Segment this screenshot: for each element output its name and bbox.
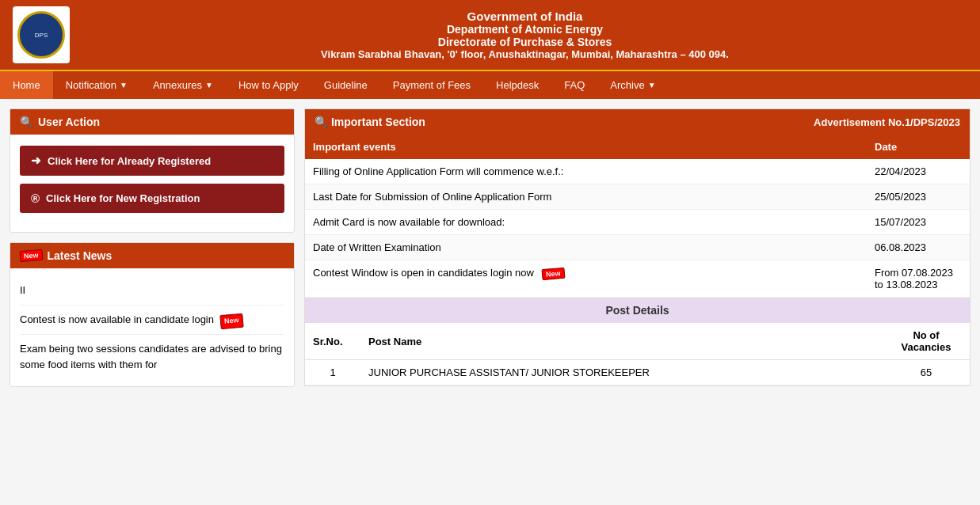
important-section-header: 🔍 Important Section Advertisement No.1/D… [305, 109, 970, 135]
post-1-srno: 1 [305, 360, 360, 385]
event-row-4: Date of Written Examination 06.08.2023 [305, 235, 970, 260]
already-registered-icon: ➜ [31, 154, 41, 168]
header-line2: Department of Atomic Energy [82, 23, 967, 36]
latest-news-box: New Latest News II Contest is now availa… [10, 242, 295, 387]
nav-archive[interactable]: Archive ▼ [597, 71, 668, 99]
post-col-vacancies: No of Vacancies [883, 323, 970, 360]
news-item-2-badge: New [219, 313, 243, 328]
post-col-name: Post Name [360, 323, 883, 360]
main-content: 🔍 User Action ➜ Click Here for Already R… [0, 99, 980, 397]
event-3-name: Admit Card is now available for download… [305, 210, 867, 235]
already-registered-label: Click Here for Already Registered [48, 155, 211, 167]
user-action-title: User Action [38, 116, 100, 128]
important-section-title: Important Section [331, 116, 425, 128]
event-1-date: 22/04/2023 [867, 159, 970, 184]
nav-annexures[interactable]: Annexures ▼ [140, 71, 226, 99]
post-row-1: 1 JUNIOR PURCHASE ASSISTANT/ JUNIOR STOR… [305, 360, 970, 385]
event-5-date: From 07.08.2023 to 13.08.2023 [867, 260, 970, 298]
post-1-vacancies: 65 [883, 360, 970, 385]
event-row-2: Last Date for Submission of Online Appli… [305, 184, 970, 210]
navbar: Home Notification ▼ Annexures ▼ How to A… [0, 70, 980, 99]
latest-news-header: New Latest News [10, 243, 294, 268]
new-registration-button[interactable]: ® Click Here for New Registration [20, 184, 284, 213]
logo-emblem: DPS [17, 11, 65, 59]
nav-home[interactable]: Home [0, 71, 53, 99]
logo-text: DPS [35, 32, 48, 39]
already-registered-button[interactable]: ➜ Click Here for Already Registered [20, 146, 284, 176]
header-line1: Government of India [82, 9, 967, 23]
post-details-table: Sr.No. Post Name No of Vacancies 1 JUNIO… [305, 323, 970, 385]
important-section-title-left: 🔍 Important Section [315, 116, 425, 128]
latest-news-title: Latest News [48, 249, 112, 262]
nav-how-to-apply[interactable]: How to Apply [226, 71, 311, 99]
nav-helpdesk[interactable]: Helpdesk [483, 71, 551, 99]
header-line3: Directorate of Purchase & Stores [82, 36, 967, 48]
news-item-3: Exam being two sessions candidates are a… [20, 335, 284, 378]
events-col-date: Date [867, 135, 970, 159]
user-action-box: 🔍 User Action ➜ Click Here for Already R… [10, 108, 295, 233]
right-panel: 🔍 Important Section Advertisement No.1/D… [304, 108, 970, 387]
nav-guideline[interactable]: Guideline [311, 71, 380, 99]
new-registration-icon: ® [31, 192, 40, 205]
events-col-event: Important events [305, 135, 867, 159]
news-new-badge: New [19, 249, 43, 262]
left-panel: 🔍 User Action ➜ Click Here for Already R… [10, 108, 295, 387]
important-search-icon: 🔍 [315, 116, 328, 128]
post-1-name: JUNIOR PURCHASE ASSISTANT/ JUNIOR STOREK… [360, 360, 883, 385]
advertisement-number: Advertisement No.1/DPS/2023 [814, 116, 960, 128]
user-action-content: ➜ Click Here for Already Registered ® Cl… [10, 135, 294, 232]
event-5-name: Contest Window is open in candidates log… [305, 260, 867, 298]
event-row-1: Filling of Online Application Form will … [305, 159, 970, 184]
event-row-3: Admit Card is now available for download… [305, 210, 970, 235]
event-4-date: 06.08.2023 [867, 235, 970, 260]
post-details-header: Post Details [305, 298, 970, 323]
logo: DPS [13, 6, 70, 63]
nav-notification-arrow: ▼ [120, 81, 128, 89]
event-4-name: Date of Written Examination [305, 235, 867, 260]
latest-news-content: II Contest is now available in candidate… [10, 268, 294, 386]
header-text-block: Government of India Department of Atomic… [82, 9, 967, 60]
nav-notification[interactable]: Notification ▼ [53, 71, 140, 99]
nav-faq[interactable]: FAQ [551, 71, 597, 99]
event-2-name: Last Date for Submission of Online Appli… [305, 184, 867, 210]
header: DPS Government of India Department of At… [0, 0, 980, 70]
event-3-date: 15/07/2023 [867, 210, 970, 235]
event-5-badge: New [541, 268, 565, 280]
post-col-srno: Sr.No. [305, 323, 360, 360]
news-item-1: II [20, 276, 284, 306]
header-line4: Vikram Sarabhai Bhavan, '0' floor, Anush… [82, 48, 967, 60]
news-item-2: Contest is now available in candidate lo… [20, 306, 284, 336]
event-row-5: Contest Window is open in candidates log… [305, 260, 970, 298]
events-table: Important events Date Filling of Online … [305, 135, 970, 298]
new-registration-label: Click Here for New Registration [46, 192, 200, 204]
event-2-date: 25/05/2023 [867, 184, 970, 210]
nav-payment-of-fees[interactable]: Payment of Fees [380, 71, 483, 99]
user-action-header: 🔍 User Action [10, 109, 294, 135]
user-action-search-icon: 🔍 [20, 116, 33, 128]
event-1-name: Filling of Online Application Form will … [305, 159, 867, 184]
nav-annexures-arrow: ▼ [205, 81, 213, 89]
nav-archive-arrow: ▼ [648, 81, 656, 89]
important-section-box: 🔍 Important Section Advertisement No.1/D… [304, 108, 970, 386]
